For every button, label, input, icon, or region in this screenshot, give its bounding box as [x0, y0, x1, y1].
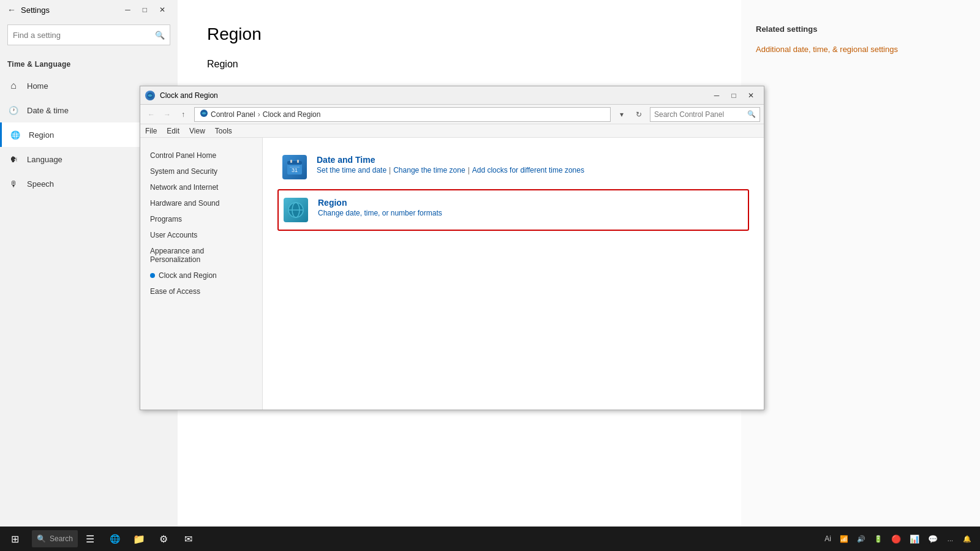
language-icon: 🗣 — [7, 153, 20, 165]
cp-forward-button[interactable]: → — [160, 107, 175, 122]
page-subtitle: Region — [207, 59, 712, 70]
datetime-category-links: Set the time and date | Change the time … — [317, 166, 744, 174]
cp-title-icon — [145, 91, 155, 100]
taskbar-action-center[interactable]: 🔔 — [959, 527, 975, 551]
speech-icon: 🎙 — [7, 178, 20, 190]
cp-refresh-button[interactable]: ↻ — [631, 107, 646, 122]
svg-rect-4 — [290, 160, 292, 163]
taskbar-files-button[interactable]: 📁 — [127, 527, 151, 551]
ai-button[interactable]: Ai — [821, 534, 835, 543]
sidebar-item-controlpanel-home[interactable]: Control Panel Home — [140, 148, 262, 163]
breadcrumb-item-clockregion[interactable]: Clock and Region — [263, 110, 321, 119]
datetime-category-content: Date and Time Set the time and date | Ch… — [317, 155, 744, 174]
cp-menu-view[interactable]: View — [189, 127, 205, 135]
home-icon: ⌂ — [7, 80, 20, 92]
cp-main: 31 Date and Time Set the time and date |… — [263, 138, 764, 410]
breadcrumb-icon — [200, 109, 208, 119]
settings-title: Settings — [21, 6, 50, 15]
link-set-time-date[interactable]: Set the time and date — [317, 166, 386, 174]
cp-menu-tools[interactable]: Tools — [215, 127, 232, 135]
taskbar-search[interactable]: 🔍 Search — [32, 530, 78, 547]
taskbar-network-icon[interactable]: 📶 — [836, 527, 852, 551]
sidebar-item-appearance[interactable]: Appearance and Personalization — [140, 243, 262, 268]
taskbar-notification-icon2[interactable]: 📊 — [906, 527, 923, 551]
taskbar-time: ... — [948, 535, 953, 542]
taskbar-search-icon: 🔍 — [37, 534, 46, 543]
taskbar-right-area: Ai 📶 🔊 🔋 🔴 📊 💬 ... 🔔 — [821, 527, 980, 551]
cp-maximize-button[interactable]: □ — [726, 89, 742, 102]
cp-back-button[interactable]: ← — [144, 107, 159, 122]
cp-title-text: Clock and Region — [160, 91, 218, 100]
settings-close-button[interactable]: ✕ — [154, 4, 170, 15]
settings-maximize-button[interactable]: □ — [138, 4, 152, 15]
datetime-category-icon: 31 — [282, 155, 307, 179]
taskbar-notification-icon3[interactable]: 💬 — [924, 527, 941, 551]
settings-search-bar[interactable]: 🔍 — [7, 24, 170, 45]
cp-menu-file[interactable]: File — [145, 127, 157, 135]
taskbar-volume-icon[interactable]: 🔊 — [853, 527, 869, 551]
sidebar-item-hardware-sound[interactable]: Hardware and Sound — [140, 195, 262, 211]
taskbar-clock[interactable]: ... — [943, 535, 958, 542]
region-category-content: Region Change date, time, or number form… — [318, 198, 743, 217]
settings-back-button[interactable]: ← — [7, 5, 16, 15]
cp-close-button[interactable]: ✕ — [743, 89, 759, 102]
cp-search-input[interactable] — [654, 110, 747, 119]
svg-rect-5 — [297, 160, 299, 163]
page-title: Region — [207, 24, 712, 44]
settings-minimize-button[interactable]: ─ — [120, 4, 135, 15]
taskbar: ⊞ 🔍 Search ☰ 🌐 📁 ⚙ ✉ Ai 📶 🔊 🔋 🔴 📊 💬 ... … — [0, 527, 980, 551]
settings-titlebar: ← Settings ─ □ ✕ — [0, 0, 178, 20]
related-settings-link[interactable]: Additional date, time, & regional settin… — [756, 45, 898, 54]
datetime-category-title[interactable]: Date and Time — [317, 155, 744, 165]
taskbar-battery-icon[interactable]: 🔋 — [870, 527, 886, 551]
sidebar-item-system-security[interactable]: System and Security — [140, 163, 262, 179]
taskbar-notification-icon1[interactable]: 🔴 — [888, 527, 905, 551]
taskbar-apps-button[interactable]: ☰ — [78, 527, 102, 551]
settings-nav-home-label: Home — [27, 81, 48, 91]
cp-navbar: ← → ↑ Control Panel › Clock and Region ▾… — [140, 105, 764, 124]
region-category-title[interactable]: Region — [318, 198, 743, 208]
sidebar-item-user-accounts[interactable]: User Accounts — [140, 227, 262, 243]
related-settings-title: Related settings — [756, 24, 965, 34]
start-button[interactable]: ⊞ — [0, 527, 29, 551]
breadcrumb-item-controlpanel[interactable]: Control Panel — [211, 110, 255, 119]
settings-nav-region-label: Region — [29, 130, 54, 140]
cp-titlebar: Clock and Region ─ □ ✕ — [140, 86, 764, 105]
cp-window-controls: ─ □ ✕ — [709, 89, 759, 102]
settings-search-input[interactable] — [13, 31, 155, 40]
taskbar-search-label: Search — [50, 534, 73, 543]
category-datetime[interactable]: 31 Date and Time Set the time and date |… — [277, 148, 749, 187]
taskbar-browser-button[interactable]: 🌐 — [102, 527, 127, 551]
sidebar-item-clock-region[interactable]: Clock and Region — [140, 268, 262, 283]
link-change-timezone[interactable]: Change the time zone — [393, 166, 465, 174]
link-add-clocks[interactable]: Add clocks for different time zones — [472, 166, 584, 174]
cp-menu-edit[interactable]: Edit — [167, 127, 179, 135]
region-icon: 🌐 — [9, 129, 21, 141]
category-region[interactable]: Region Change date, time, or number form… — [279, 190, 748, 230]
sidebar-item-programs[interactable]: Programs — [140, 211, 262, 227]
sidebar-item-ease-access[interactable]: Ease of Access — [140, 283, 262, 299]
cp-sidebar: Control Panel Home System and Security N… — [140, 138, 263, 410]
settings-section-header: Time & Language — [0, 50, 178, 73]
cp-minimize-button[interactable]: ─ — [709, 89, 725, 102]
taskbar-settings-button[interactable]: ⚙ — [151, 527, 176, 551]
related-settings-panel: Related settings Additional date, time, … — [741, 0, 980, 527]
category-region-box: Region Change date, time, or number form… — [277, 189, 749, 231]
cp-up-button[interactable]: ↑ — [176, 107, 190, 122]
cp-dropdown-button[interactable]: ▾ — [614, 107, 629, 122]
taskbar-mail-button[interactable]: ✉ — [176, 527, 200, 551]
control-panel-window: Clock and Region ─ □ ✕ ← → ↑ Control Pan… — [140, 86, 764, 410]
cp-search-box[interactable]: 🔍 — [650, 107, 760, 122]
region-category-links: Change date, time, or number formats — [318, 209, 743, 217]
cp-breadcrumb: Control Panel › Clock and Region — [194, 107, 611, 122]
datetime-icon: 🕐 — [7, 104, 20, 116]
svg-text:31: 31 — [292, 167, 298, 173]
cp-content: Control Panel Home System and Security N… — [140, 138, 764, 410]
cp-search-icon: 🔍 — [747, 110, 756, 118]
settings-nav-language-label: Language — [27, 155, 62, 164]
svg-rect-3 — [287, 161, 302, 165]
link-change-formats[interactable]: Change date, time, or number formats — [318, 209, 442, 217]
active-bullet — [150, 273, 155, 278]
region-category-icon — [284, 198, 308, 222]
sidebar-item-network-internet[interactable]: Network and Internet — [140, 179, 262, 195]
